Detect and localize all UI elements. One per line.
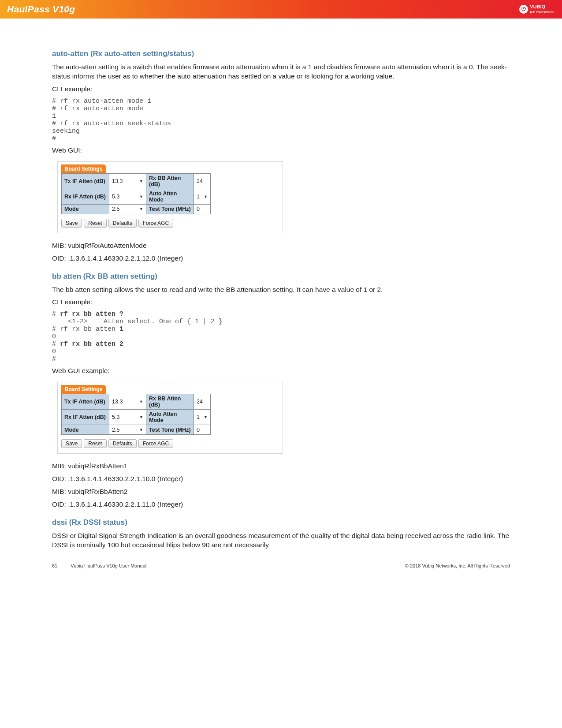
section-heading-dssi: dssi (Rx DSSI status) — [52, 518, 510, 527]
chevron-down-icon: ▼ — [139, 179, 143, 183]
label-rx-if-atten: Rx IF Atten (dB) — [62, 410, 109, 425]
page-number: 61 — [52, 563, 57, 568]
defaults-button[interactable]: Defaults — [108, 439, 137, 448]
board-settings-panel: Board Settings Tx IF Atten (dB) 13.3▼ Rx… — [57, 161, 283, 233]
section3-body: DSSI or Digital Signal Strength Indicati… — [52, 531, 510, 550]
brand-logo: ᘎ VUBIQ NETWORKS — [519, 4, 554, 14]
header-bar: HaulPass V10g ᘎ VUBIQ NETWORKS — [0, 0, 562, 19]
label-tx-if-atten: Tx IF Atten (dB) — [62, 173, 109, 189]
section1-cli-label: CLI example: — [52, 85, 510, 94]
page-footer: 61 Vubiq HaulPass V10g User Manual © 201… — [52, 563, 510, 568]
label-mode: Mode — [62, 204, 109, 214]
defaults-button[interactable]: Defaults — [108, 219, 137, 228]
field-mode[interactable]: 2.5▼ — [109, 204, 146, 214]
table-row: Tx IF Atten (dB) 13.3▼ Rx BB Atten (dB) … — [62, 394, 211, 410]
brand-top: VUBIQ — [530, 4, 545, 9]
product-title: HaulPass V10g — [7, 4, 75, 15]
section2-cli-label: CLI example: — [52, 298, 510, 307]
section2-oid1: OID: .1.3.6.1.4.1.46330.2.2.1.10.0 (Inte… — [52, 474, 510, 484]
section2-cli: # rf rx bb atten ? <1-2> Atten select. O… — [52, 310, 510, 363]
field-auto-atten-mode[interactable]: 1▼ — [194, 410, 211, 425]
doc-title: Vubiq HaulPass V10g User Manual — [71, 563, 146, 568]
label-auto-atten-mode: Auto Atten Mode — [146, 410, 194, 425]
chevron-down-icon: ▼ — [204, 415, 208, 419]
field-rx-bb-atten[interactable]: 24 — [194, 394, 211, 410]
field-test-tone[interactable]: 0 — [194, 204, 211, 214]
board-settings-table: Tx IF Atten (dB) 13.3▼ Rx BB Atten (dB) … — [61, 173, 211, 214]
section-heading-bb-atten: bb atten (Rx BB atten setting) — [52, 272, 510, 281]
logo-icon: ᘎ — [519, 5, 528, 14]
label-test-tone: Test Tone (MHz) — [146, 204, 194, 214]
chevron-down-icon: ▼ — [139, 399, 143, 404]
brand-bottom: NETWORKS — [530, 10, 554, 14]
copyright: © 2018 Vubiq Networks, Inc. All Rights R… — [405, 563, 510, 568]
label-test-tone: Test Tone (MHz) — [146, 425, 194, 435]
board-settings-table-2: Tx IF Atten (dB) 13.3▼ Rx BB Atten (dB) … — [61, 394, 211, 435]
board-settings-tab-2[interactable]: Board Settings — [61, 385, 106, 394]
save-button[interactable]: Save — [61, 439, 82, 448]
section1-mib: MIB: vubiqRfRxAutoAttenMode — [52, 241, 510, 250]
section1-webgui-label: Web GUI: — [52, 146, 510, 155]
button-row: Save Reset Defaults Force AGC — [61, 439, 279, 448]
label-mode: Mode — [62, 425, 109, 435]
field-tx-if-atten[interactable]: 13.3▼ — [109, 173, 146, 189]
page-content: auto-atten (Rx auto-atten setting/status… — [0, 19, 562, 582]
save-button[interactable]: Save — [61, 219, 82, 228]
section2-oid2: OID: .1.3.6.1.4.1.46330.2.2.1.11.0 (Inte… — [52, 500, 510, 509]
label-tx-if-atten: Tx IF Atten (dB) — [62, 394, 109, 410]
section2-mib1: MIB: vubiqRfRxBbAtten1 — [52, 462, 510, 471]
table-row: Rx IF Atten (dB) 5.3▼ Auto Atten Mode 1▼ — [62, 189, 211, 204]
reset-button[interactable]: Reset — [84, 439, 106, 448]
label-rx-bb-atten: Rx BB Atten (dB) — [146, 394, 194, 410]
chevron-down-icon: ▼ — [139, 194, 143, 199]
table-row: Tx IF Atten (dB) 13.3▼ Rx BB Atten (dB) … — [62, 173, 211, 189]
label-auto-atten-mode: Auto Atten Mode — [146, 189, 194, 204]
button-row: Save Reset Defaults Force AGC — [61, 219, 279, 228]
field-rx-bb-atten[interactable]: 24 — [194, 173, 211, 189]
force-agc-button[interactable]: Force AGC — [138, 219, 173, 228]
section2-webgui-label: Web GUI example: — [52, 366, 510, 376]
field-rx-if-atten[interactable]: 5.3▼ — [109, 410, 146, 425]
label-rx-if-atten: Rx IF Atten (dB) — [62, 189, 109, 204]
section2-mib2: MIB: vubiqRfRxBbAtten2 — [52, 487, 510, 497]
section1-body: The auto-atten setting is a switch that … — [52, 63, 510, 81]
force-agc-button[interactable]: Force AGC — [138, 439, 173, 448]
section1-oid: OID: .1.3.6.1.4.1.46330.2.2.1.12.0 (Inte… — [52, 254, 510, 263]
section-heading-auto-atten: auto-atten (Rx auto-atten setting/status… — [52, 49, 510, 58]
field-mode[interactable]: 2.5▼ — [109, 425, 146, 435]
field-test-tone[interactable]: 0 — [194, 425, 211, 435]
chevron-down-icon: ▼ — [139, 415, 143, 419]
board-settings-panel-2: Board Settings Tx IF Atten (dB) 13.3▼ Rx… — [57, 382, 283, 454]
section1-cli: # rf rx auto-atten mode 1 # rf rx auto-a… — [52, 97, 510, 142]
reset-button[interactable]: Reset — [84, 219, 106, 228]
chevron-down-icon: ▼ — [139, 207, 143, 211]
label-rx-bb-atten: Rx BB Atten (dB) — [146, 173, 194, 189]
section2-body: The bb atten setting allows the user to … — [52, 285, 510, 295]
table-row: Mode 2.5▼ Test Tone (MHz) 0 — [62, 204, 211, 214]
board-settings-tab[interactable]: Board Settings — [61, 164, 106, 173]
field-rx-if-atten[interactable]: 5.3▼ — [109, 189, 146, 204]
chevron-down-icon: ▼ — [204, 194, 208, 199]
table-row: Rx IF Atten (dB) 5.3▼ Auto Atten Mode 1▼ — [62, 410, 211, 425]
table-row: Mode 2.5▼ Test Tone (MHz) 0 — [62, 425, 211, 435]
chevron-down-icon: ▼ — [139, 428, 143, 432]
field-tx-if-atten[interactable]: 13.3▼ — [109, 394, 146, 410]
field-auto-atten-mode[interactable]: 1▼ — [194, 189, 211, 204]
